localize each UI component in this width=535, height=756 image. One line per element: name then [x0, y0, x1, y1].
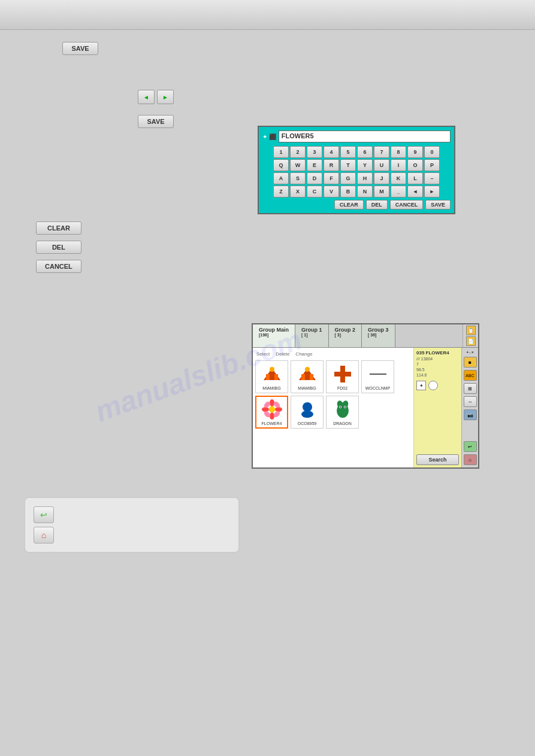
back-icon: ↩ [40, 510, 47, 520]
key-1[interactable]: 1 [273, 146, 289, 158]
key-Q[interactable]: Q [273, 159, 289, 171]
key-B[interactable]: B [340, 186, 356, 198]
panel-btn-grey2[interactable]: ↔ [464, 396, 477, 407]
search-button[interactable]: Search [416, 454, 459, 465]
group-item-miamibg2[interactable]: MIAMIBG [291, 360, 324, 393]
tab-group-main[interactable]: Group Main [198] [253, 324, 295, 347]
key-T[interactable]: T [340, 159, 356, 171]
svg-rect-2 [266, 374, 270, 380]
group-item-flower4[interactable]: FLOWER4 [255, 396, 288, 429]
group-popup: Group Main [198] Group 1 [ 1] Group 2 [ … [252, 323, 479, 469]
tab-group-2[interactable]: Group 2 [ 3] [329, 324, 362, 347]
key-5[interactable]: 5 [340, 146, 356, 158]
bottom-panel: ↩ ⌂ [24, 497, 240, 553]
key-H[interactable]: H [357, 172, 373, 184]
key-R[interactable]: R [324, 159, 339, 171]
key-7[interactable]: 7 [374, 146, 389, 158]
next-arrow-button[interactable]: ► [157, 90, 174, 104]
main-content: SAVE ◄ ► SAVE CLEAR DEL CANCEL ✦ ⬛ FLOWE… [0, 30, 535, 756]
arrow-left-right-icon: ↔ [468, 399, 473, 405]
panel-btn-orange[interactable]: ABC [464, 370, 477, 381]
group-grid: MIAMIBG MIAMI [255, 360, 411, 429]
group-item-icon-miamibg2 [297, 363, 318, 385]
svg-point-35 [340, 406, 341, 408]
key-9[interactable]: 9 [407, 146, 423, 158]
group-item-dragon[interactable]: DRAGON [326, 396, 359, 429]
filter-delete[interactable]: Delete [276, 351, 289, 357]
key-C[interactable]: C [307, 186, 322, 198]
clear-button[interactable]: CLEAR [36, 221, 81, 235]
circle-control[interactable] [428, 381, 438, 390]
group-item-icon-wocclnmp [367, 363, 389, 385]
key-X[interactable]: X [290, 186, 306, 198]
key-W[interactable]: W [290, 159, 306, 171]
stitch-icon[interactable]: ✦ [416, 381, 426, 390]
tab-group-3[interactable]: Group 3 [ 36] [362, 324, 395, 347]
group-item-wocclnmp[interactable]: WOCCLNMP [361, 360, 394, 393]
home-button[interactable]: ⌂ [34, 527, 54, 544]
key-K[interactable]: K [391, 172, 406, 184]
key-I[interactable]: I [391, 159, 406, 171]
key-D[interactable]: D [307, 172, 322, 184]
page-icon[interactable]: 📄 [466, 336, 476, 346]
key-J[interactable]: J [374, 172, 389, 184]
key-V[interactable]: V [324, 186, 339, 198]
keyboard-clear-button[interactable]: CLEAR [334, 200, 364, 210]
key-M[interactable]: M [374, 186, 389, 198]
save-button-nav[interactable]: SAVE [138, 115, 174, 128]
del-button[interactable]: DEL [36, 241, 81, 254]
key-G[interactable]: G [340, 172, 356, 184]
keyboard-title-bar: ✦ ⬛ FLOWER5 [262, 130, 451, 142]
panel-btn-yellow[interactable]: ■ [464, 357, 477, 368]
filter-select[interactable]: Select [256, 351, 270, 357]
keyboard-cancel-button[interactable]: CANCEL [390, 200, 424, 210]
panel-btn-photo[interactable]: 📷 [464, 409, 477, 420]
key-S[interactable]: S [290, 172, 306, 184]
group-item-label-flower4: FLOWER4 [262, 421, 282, 426]
prev-arrow-button[interactable]: ◄ [138, 90, 155, 104]
panel-btn-undo[interactable]: ↩ [464, 441, 477, 452]
key-N[interactable]: N [357, 186, 373, 198]
group-item-val3: 98.5 [416, 368, 459, 372]
key-Z[interactable]: Z [273, 186, 289, 198]
keyboard-del-button[interactable]: DEL [366, 200, 388, 210]
key-F[interactable]: F [324, 172, 339, 184]
tab-group-1[interactable]: Group 1 [ 1] [295, 324, 329, 347]
panel-btn-grey1[interactable]: ⊞ [464, 383, 477, 394]
key-3[interactable]: 3 [307, 146, 322, 158]
key-right[interactable]: ► [424, 186, 440, 198]
keyboard-input-field[interactable]: FLOWER5 [279, 130, 451, 142]
group-item-fd02[interactable]: FD02 [326, 360, 359, 393]
key-Y[interactable]: Y [357, 159, 373, 171]
key-4[interactable]: 4 [324, 146, 339, 158]
bookmark-icon[interactable]: 📋 [466, 326, 476, 335]
key-dash[interactable]: – [424, 172, 440, 184]
key-U[interactable]: U [374, 159, 389, 171]
key-0[interactable]: 0 [424, 146, 440, 158]
save-button-top[interactable]: SAVE [62, 42, 98, 55]
group-item-oco8959[interactable]: OCO8959 [291, 396, 324, 429]
key-2[interactable]: 2 [290, 146, 306, 158]
tab-group-main-label: Group Main [259, 327, 289, 333]
panel-btn-home[interactable]: ⌂ [464, 454, 477, 465]
keyboard-save-button[interactable]: SAVE [425, 200, 451, 210]
key-left[interactable]: ◄ [407, 186, 423, 198]
group-item-label-dragon: DRAGON [333, 421, 352, 426]
key-6[interactable]: 6 [357, 146, 373, 158]
key-underscore[interactable]: _ [391, 186, 406, 198]
tab-group-1-label: Group 1 [301, 327, 322, 333]
key-L[interactable]: L [407, 172, 423, 184]
group-right-top: + - × [466, 350, 474, 354]
key-P[interactable]: P [424, 159, 440, 171]
key-O[interactable]: O [407, 159, 423, 171]
back-button[interactable]: ↩ [34, 506, 54, 523]
top-bar [0, 0, 535, 30]
svg-rect-8 [310, 374, 313, 380]
key-E[interactable]: E [307, 159, 322, 171]
key-8[interactable]: 8 [391, 146, 406, 158]
key-A[interactable]: A [273, 172, 289, 184]
filter-change[interactable]: Change [295, 351, 312, 357]
cancel-button[interactable]: CANCEL [36, 260, 81, 273]
group-item-miamibg1[interactable]: MIAMIBG [255, 360, 288, 393]
group-item-val4: 114.6 [416, 373, 459, 377]
